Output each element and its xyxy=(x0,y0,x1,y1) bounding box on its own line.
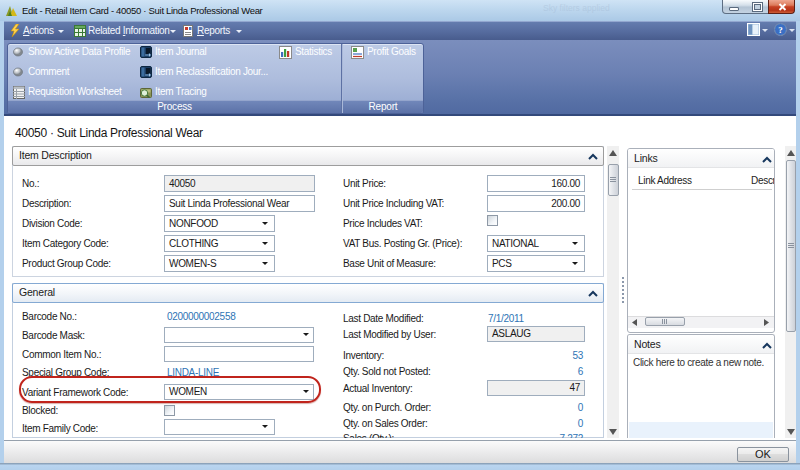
svg-text:?: ? xyxy=(778,25,783,35)
